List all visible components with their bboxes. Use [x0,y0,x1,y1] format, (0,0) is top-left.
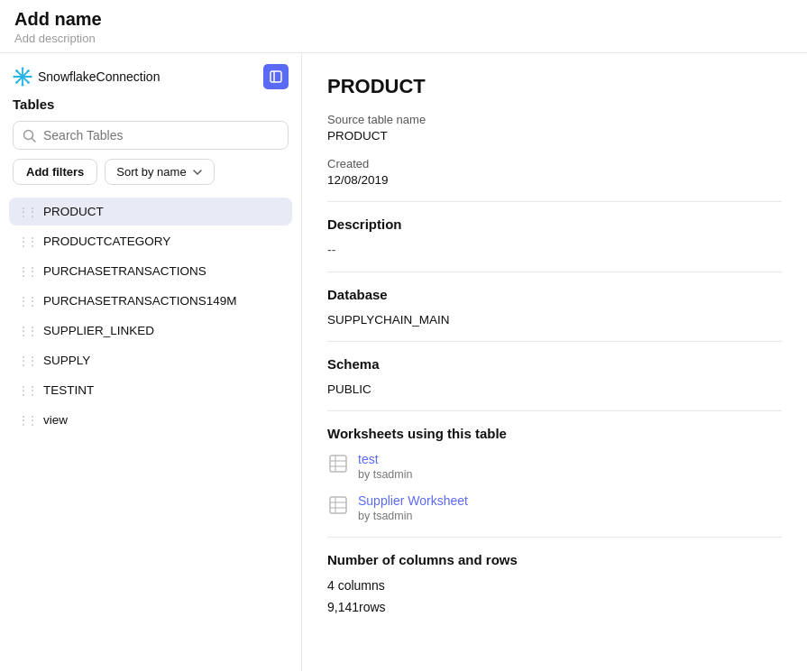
rows-value: 9,141rows [327,600,782,614]
drag-handle-icon: ⋮⋮ [18,325,36,337]
svg-point-9 [15,69,18,72]
add-filters-button[interactable]: Add filters [13,159,97,185]
filters-row: Add filters Sort by name [0,159,301,194]
worksheet-link[interactable]: Supplier Worksheet [358,493,468,508]
database-row: Database SUPPLYCHAIN_MAIN [327,287,782,327]
svg-point-7 [13,76,15,78]
worksheet-link[interactable]: test [358,452,412,466]
table-name: SUPPLIER_LINKED [43,324,154,337]
table-item[interactable]: ⋮⋮ SUPPLY [9,346,292,374]
table-item[interactable]: ⋮⋮ PRODUCTCATEGORY [9,227,292,255]
created-value: 12/08/2019 [327,173,782,187]
created-label: Created [327,157,782,170]
worksheet-item: test by tsadmin [327,452,782,481]
table-name: PRODUCTCATEGORY [43,235,170,248]
top-bar: Add name Add description [0,0,807,53]
right-panel: PRODUCT Source table name PRODUCT Create… [302,53,807,671]
columns-rows-section: Number of columns and rows 4 columns 9,1… [327,552,782,614]
source-table-row: Source table name PRODUCT [327,113,782,143]
main-layout: SnowflakeConnection Tables Add fi [0,53,807,671]
sidebar-brand: SnowflakeConnection [13,67,160,87]
page-description[interactable]: Add description [14,32,793,45]
schema-label: Schema [327,356,782,372]
divider-5 [327,537,782,538]
table-item[interactable]: ⋮⋮ TESTINT [9,376,292,404]
worksheet-item: Supplier Worksheet by tsadmin [327,493,782,522]
drag-handle-icon: ⋮⋮ [18,354,36,367]
created-row: Created 12/08/2019 [327,157,782,187]
chevron-down-icon [192,167,203,178]
svg-point-8 [30,76,32,78]
table-name: PRODUCT [43,205,104,218]
schema-row: Schema PUBLIC [327,356,782,396]
snowflake-icon [13,67,32,87]
search-container [0,121,301,159]
page-title[interactable]: Add name [14,9,793,30]
search-input[interactable] [43,128,279,143]
svg-point-11 [27,69,30,72]
svg-rect-13 [271,71,281,82]
tables-label: Tables [0,97,301,121]
table-item[interactable]: ⋮⋮ PURCHASETRANSACTIONS149M [9,287,292,315]
search-box[interactable] [13,121,289,150]
table-name: TESTINT [43,383,94,397]
divider-1 [327,201,782,202]
drag-handle-icon: ⋮⋮ [18,235,36,248]
table-item[interactable]: ⋮⋮ SUPPLIER_LINKED [9,317,292,345]
worksheet-info: Supplier Worksheet by tsadmin [358,493,468,522]
source-table-label: Source table name [327,113,782,126]
drag-handle-icon: ⋮⋮ [18,206,36,218]
connection-name: SnowflakeConnection [38,69,160,84]
database-label: Database [327,287,782,302]
worksheet-by: by tsadmin [358,468,412,481]
worksheet-by: by tsadmin [358,510,468,522]
table-item[interactable]: ⋮⋮ PURCHASETRANSACTIONS [9,257,292,285]
worksheets-section: Worksheets using this table test by tsad… [327,426,782,522]
table-list: ⋮⋮ PRODUCT ⋮⋮ PRODUCTCATEGORY ⋮⋮ PURCHAS… [0,194,301,671]
worksheets-list: test by tsadmin Supplier Worksheet by ts… [327,452,782,522]
search-icon [23,129,36,143]
svg-rect-21 [330,497,346,513]
worksheet-info: test by tsadmin [358,452,412,481]
description-heading: Description [327,216,782,232]
worksheets-heading: Worksheets using this table [327,426,782,441]
source-table-value: PRODUCT [327,129,782,143]
drag-handle-icon: ⋮⋮ [18,295,36,308]
detail-title: PRODUCT [327,75,782,98]
columns-value: 4 columns [327,578,782,593]
sidebar-header: SnowflakeConnection [0,53,301,97]
sort-label: Sort by name [116,165,186,179]
divider-3 [327,341,782,342]
schema-value: PUBLIC [327,382,782,396]
info-section: Source table name PRODUCT Created 12/08/… [327,113,782,187]
table-item[interactable]: ⋮⋮ PRODUCT [9,198,292,226]
svg-rect-17 [330,456,346,472]
drag-handle-icon: ⋮⋮ [18,265,36,278]
drag-handle-icon: ⋮⋮ [18,414,36,427]
table-name: PURCHASETRANSACTIONS149M [43,294,237,308]
database-value: SUPPLYCHAIN_MAIN [327,313,782,327]
worksheet-icon [327,494,349,516]
svg-point-10 [27,81,30,84]
sort-button[interactable]: Sort by name [105,159,214,185]
description-row: Description -- [327,216,782,257]
columns-rows-label: Number of columns and rows [327,552,782,567]
table-name: SUPPLY [43,354,90,367]
drag-handle-icon: ⋮⋮ [18,384,36,397]
table-name: view [43,413,68,427]
table-item[interactable]: ⋮⋮ view [9,406,292,434]
toggle-sidebar-button[interactable] [263,64,289,89]
table-name: PURCHASETRANSACTIONS [43,264,206,278]
svg-point-5 [22,67,24,69]
description-value: -- [327,243,782,257]
svg-point-12 [15,81,18,84]
divider-2 [327,272,782,272]
worksheet-icon [327,453,349,474]
sidebar: SnowflakeConnection Tables Add fi [0,53,302,671]
svg-line-16 [32,138,36,142]
svg-point-6 [22,84,24,87]
divider-4 [327,410,782,411]
